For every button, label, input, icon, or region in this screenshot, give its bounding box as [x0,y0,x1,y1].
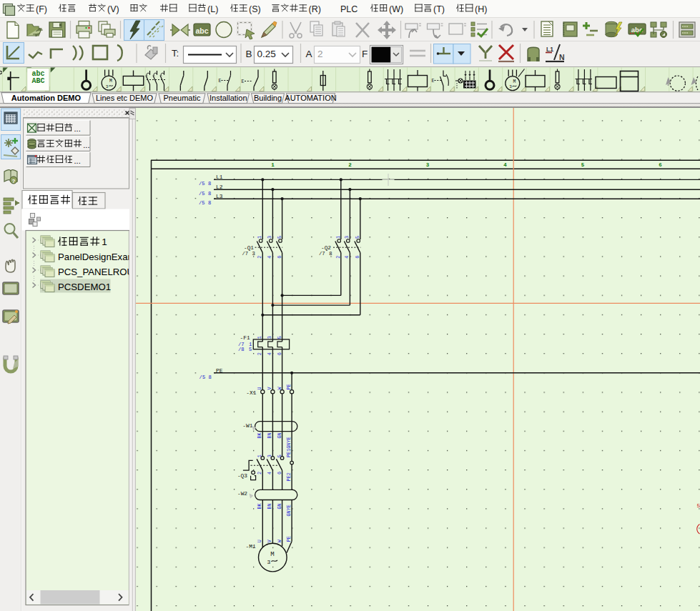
svg-text:6: 6 [277,472,282,475]
svg-text:PE: PE [286,536,292,542]
svg-text:...: ... [74,157,81,165]
svg-text:6: 6 [355,256,360,259]
svg-text:5: 5 [277,336,282,339]
svg-text:3: 3 [267,454,272,457]
svg-text:0.25: 0.25 [257,49,276,59]
svg-text:AUTOMATION: AUTOMATION [285,94,336,102]
svg-text:4: 4 [267,256,272,259]
svg-text:N: N [559,53,565,61]
svg-text:BN: BN [267,503,272,509]
svg-text:PE1GNYE: PE1GNYE [286,437,292,457]
svg-text:PLC: PLC [340,4,358,14]
svg-text:4: 4 [267,352,272,355]
svg-text:M: M [513,79,516,84]
svg-text:U: U [257,540,262,542]
svg-text:/5 8: /5 8 [199,200,211,206]
svg-text:Installation: Installation [209,94,247,102]
svg-text:Pneumatic: Pneumatic [164,94,201,102]
svg-text:1: 1 [335,236,341,239]
svg-text:A: A [306,49,312,59]
svg-text:5: 5 [249,347,252,352]
svg-text:(F): (F) [36,4,47,14]
svg-text:2: 2 [257,352,262,355]
svg-text:1: 1 [102,237,107,247]
svg-text:/5 8: /5 8 [199,374,212,380]
svg-text:1: 1 [271,162,275,168]
svg-text:1: 1 [257,454,262,457]
svg-text:PE: PE [216,368,223,374]
svg-text:3: 3 [426,162,430,168]
svg-text:GNYE: GNYE [286,505,292,516]
svg-text:/5 8: /5 8 [199,191,211,197]
svg-text:2: 2 [317,49,323,59]
svg-text:(S): (S) [249,4,261,14]
svg-text:/5 8: /5 8 [199,181,211,187]
svg-text:(R): (R) [309,4,321,14]
svg-text:L3: L3 [216,194,223,199]
svg-text:3: 3 [252,251,255,257]
svg-text:E: E [242,79,245,84]
svg-text:-Q3: -Q3 [237,473,247,479]
svg-text:5: 5 [355,236,360,239]
svg-text:3: 3 [106,84,109,89]
svg-text:-X1: -X1 [246,390,256,396]
svg-text:ABC: ABC [31,77,44,85]
svg-text:Building: Building [254,94,282,102]
svg-text:Automation DEMO: Automation DEMO [11,94,82,102]
svg-text:E: E [219,79,222,84]
svg-text:PE2: PE2 [286,472,292,481]
svg-text:4: 4 [267,472,272,475]
svg-text:B: B [246,49,252,59]
svg-text:U: U [257,387,262,390]
svg-text:2: 2 [335,256,341,259]
svg-text:3: 3 [267,336,272,339]
svg-text:6: 6 [277,352,282,355]
svg-text:E: E [432,79,435,84]
svg-text:4: 4 [344,256,350,259]
svg-text:5: 5 [277,236,282,239]
svg-text:2: 2 [257,472,262,475]
svg-text:Lines etc DEMO: Lines etc DEMO [96,94,154,102]
svg-text:6: 6 [277,256,282,259]
svg-text:-F1: -F1 [240,335,250,341]
svg-text:-W1: -W1 [242,423,252,429]
svg-text:/7: /7 [242,251,249,257]
svg-text:PCSDEMO1: PCSDEMO1 [58,282,111,292]
svg-text:3: 3 [344,236,350,239]
svg-text:BK: BK [257,432,262,438]
svg-text:GN: GN [277,503,282,509]
svg-text:1: 1 [257,336,262,339]
svg-text:PE: PE [286,384,292,389]
svg-text:3: 3 [267,559,270,565]
svg-text:abc: abc [195,26,208,35]
svg-text:...: ... [74,124,81,133]
svg-text:(V): (V) [107,4,119,14]
svg-text:5: 5 [581,162,585,168]
svg-text:(L): (L) [207,4,218,14]
svg-text:?: ? [12,178,16,184]
svg-text:-M1: -M1 [246,544,256,550]
svg-text:-W2: -W2 [237,491,247,497]
svg-text:3: 3 [509,84,512,89]
svg-text:3: 3 [267,236,272,239]
svg-text:(H): (H) [475,4,487,14]
svg-text:T:: T: [172,48,179,59]
svg-text:PanelDesignExam: PanelDesignExam [58,252,136,262]
svg-text:M: M [109,79,112,84]
svg-text:/7: /7 [319,251,325,257]
svg-text:...: ... [83,141,89,149]
svg-text:4: 4 [503,162,507,168]
svg-text:(T): (T) [433,4,445,14]
svg-text:2: 2 [348,162,352,168]
svg-text:(W): (W) [389,4,403,14]
svg-text:L2: L2 [216,184,223,190]
svg-text:6: 6 [659,162,662,168]
svg-text:/8: /8 [238,347,245,352]
svg-text:5: 5 [277,454,282,457]
svg-text:PCS_PANELROU: PCS_PANELROU [58,267,134,277]
svg-text:L1: L1 [546,46,553,53]
svg-text:2: 2 [257,256,262,259]
svg-text:8: 8 [329,251,332,257]
svg-text:GN: GN [277,432,282,438]
svg-text:BN: BN [267,432,272,438]
